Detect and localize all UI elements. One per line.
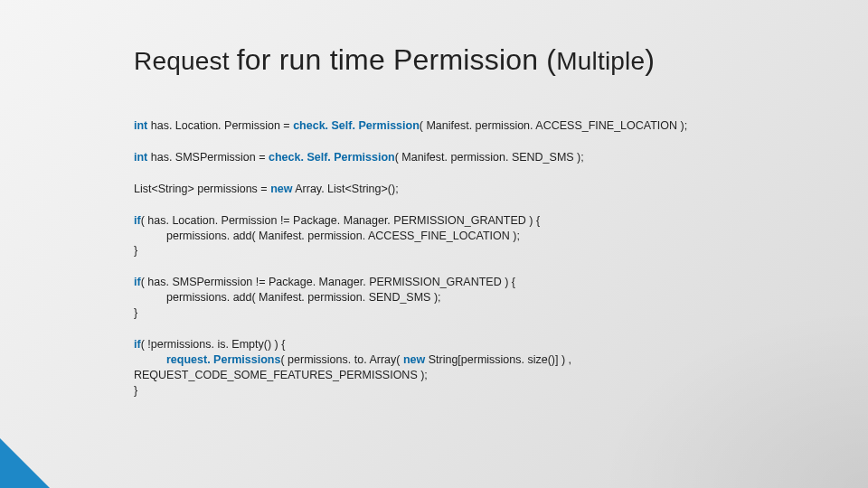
code-text: ( Manifest. permission. SEND_SMS ); <box>395 151 584 164</box>
fn-requestperm: request. Permissions <box>166 353 280 366</box>
slide-content: Request for run time Permission (Multipl… <box>0 0 868 398</box>
code-text: permissions. add( Manifest. permission. … <box>134 290 441 305</box>
title-part2: for run time Permission ( <box>237 43 557 76</box>
code-text: ( has. Location. Permission != Package. … <box>141 214 541 227</box>
fn-checkself: check. Self. Permission <box>293 119 420 132</box>
code-block: int has. Location. Permission = check. S… <box>134 118 814 398</box>
keyword-new: new <box>270 183 292 195</box>
code-if-empty: if( !permissions. is. Empty() ) { reques… <box>134 337 814 399</box>
slide-title: Request for run time Permission (Multipl… <box>134 43 814 77</box>
keyword-if: if <box>134 338 141 351</box>
code-text: ( Manifest. permission. ACCESS_FINE_LOCA… <box>420 119 687 132</box>
code-line-1: int has. Location. Permission = check. S… <box>134 118 814 134</box>
code-if-sms: if( has. SMSPermission != Package. Manag… <box>134 275 814 321</box>
code-line-2: int has. SMSPermission = check. Self. Pe… <box>134 150 814 165</box>
code-text: ( !permissions. is. Empty() ) { <box>141 338 286 351</box>
code-line-3: List<String> permissions = new Array. Li… <box>134 182 814 197</box>
accent-triangle <box>0 438 50 488</box>
keyword-if: if <box>134 214 141 227</box>
code-if-location: if( has. Location. Permission != Package… <box>134 213 814 259</box>
code-text: permissions. add( Manifest. permission. … <box>134 229 520 244</box>
code-text: } <box>134 243 814 258</box>
code-text: has. SMSPermission = <box>147 151 269 164</box>
code-text: } <box>134 383 814 399</box>
code-text: ( permissions. to. Array( <box>280 353 402 366</box>
code-text: } <box>134 305 814 321</box>
keyword-int: int <box>134 151 147 164</box>
keyword-int: int <box>134 119 147 132</box>
keyword-if: if <box>134 276 141 288</box>
title-part3: Multiple <box>556 47 645 75</box>
code-text: REQUEST_CODE_SOME_FEATURES_PERMISSIONS )… <box>134 368 814 383</box>
title-part4: ) <box>645 43 655 76</box>
title-part1: Request <box>134 47 237 75</box>
code-text: ( has. SMSPermission != Package. Manager… <box>141 276 515 288</box>
code-text: Array. List<String>(); <box>292 183 398 195</box>
fn-checkself: check. Self. Permission <box>269 151 395 164</box>
code-text: List<String> permissions = <box>134 183 270 195</box>
code-text: has. Location. Permission = <box>147 119 293 132</box>
keyword-new: new <box>403 353 425 366</box>
code-text: String[permissions. size()] ) , <box>425 353 571 366</box>
